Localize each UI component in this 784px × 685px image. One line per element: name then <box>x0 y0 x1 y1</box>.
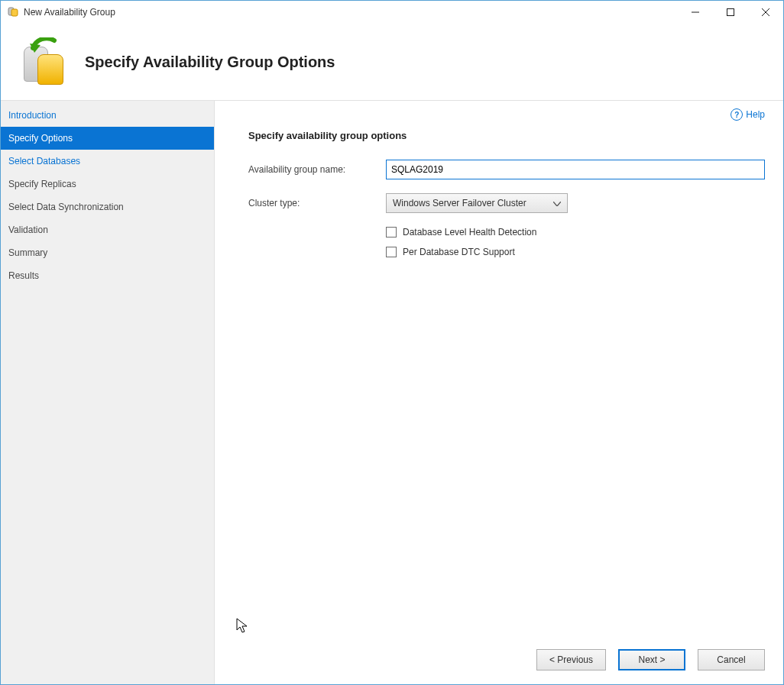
nav-select-databases[interactable]: Select Databases <box>1 150 214 173</box>
window-controls <box>678 1 783 24</box>
row-cluster-type: Cluster type: Windows Server Failover Cl… <box>248 193 765 213</box>
app-icon <box>7 5 19 20</box>
dtc-support-label: Per Database DTC Support <box>403 247 515 257</box>
wizard-nav: Introduction Specify Options Select Data… <box>1 101 215 684</box>
wizard-footer: < Previous Next > Cancel <box>215 638 783 684</box>
chevron-down-icon <box>553 198 561 208</box>
nav-specify-replicas: Specify Replicas <box>1 173 214 195</box>
wizard-window: New Availability Group Specify Availabil… <box>0 0 784 685</box>
previous-button[interactable]: < Previous <box>536 649 606 670</box>
row-ag-name: Availability group name: <box>248 160 765 179</box>
refresh-arrow-icon <box>28 37 59 56</box>
nav-validation: Validation <box>1 218 214 241</box>
close-button[interactable] <box>748 1 783 24</box>
section-heading: Specify availability group options <box>248 130 765 141</box>
db-health-checkbox[interactable] <box>386 227 397 237</box>
dtc-support-checkbox[interactable] <box>386 247 397 257</box>
row-db-health: Database Level Health Detection <box>386 227 765 237</box>
cluster-type-value: Windows Server Failover Cluster <box>393 198 526 208</box>
checkbox-group: Database Level Health Detection Per Data… <box>386 227 765 257</box>
help-link[interactable]: ? Help <box>731 108 765 121</box>
minimize-button[interactable] <box>678 1 713 24</box>
nav-specify-options[interactable]: Specify Options <box>1 127 214 150</box>
next-button[interactable]: Next > <box>618 649 685 670</box>
page-title: Specify Availability Group Options <box>85 53 335 71</box>
help-icon: ? <box>731 108 743 121</box>
window-title: New Availability Group <box>24 7 115 18</box>
nav-results: Results <box>1 264 214 287</box>
nav-summary: Summary <box>1 241 214 264</box>
cluster-type-select[interactable]: Windows Server Failover Cluster <box>386 193 568 213</box>
wizard-header: Specify Availability Group Options <box>1 24 783 100</box>
wizard-content: ? Help Specify availability group option… <box>215 101 783 684</box>
titlebar-left: New Availability Group <box>7 5 115 20</box>
nav-select-data-sync: Select Data Synchronization <box>1 195 214 218</box>
help-label: Help <box>746 109 765 120</box>
wizard-header-icon <box>19 37 68 86</box>
ag-name-input[interactable] <box>386 160 765 179</box>
svg-rect-1 <box>11 9 18 16</box>
row-dtc-support: Per Database DTC Support <box>386 247 765 257</box>
titlebar: New Availability Group <box>1 1 783 24</box>
nav-introduction[interactable]: Introduction <box>1 104 214 127</box>
cluster-type-label: Cluster type: <box>248 198 386 208</box>
cancel-button[interactable]: Cancel <box>698 649 765 670</box>
ag-name-label: Availability group name: <box>248 164 386 175</box>
content-inner: Specify availability group options Avail… <box>215 121 783 638</box>
svg-rect-3 <box>727 9 734 16</box>
maximize-button[interactable] <box>713 1 748 24</box>
wizard-body: Introduction Specify Options Select Data… <box>1 100 783 684</box>
db-health-label: Database Level Health Detection <box>403 227 536 237</box>
content-top: ? Help <box>215 101 783 121</box>
